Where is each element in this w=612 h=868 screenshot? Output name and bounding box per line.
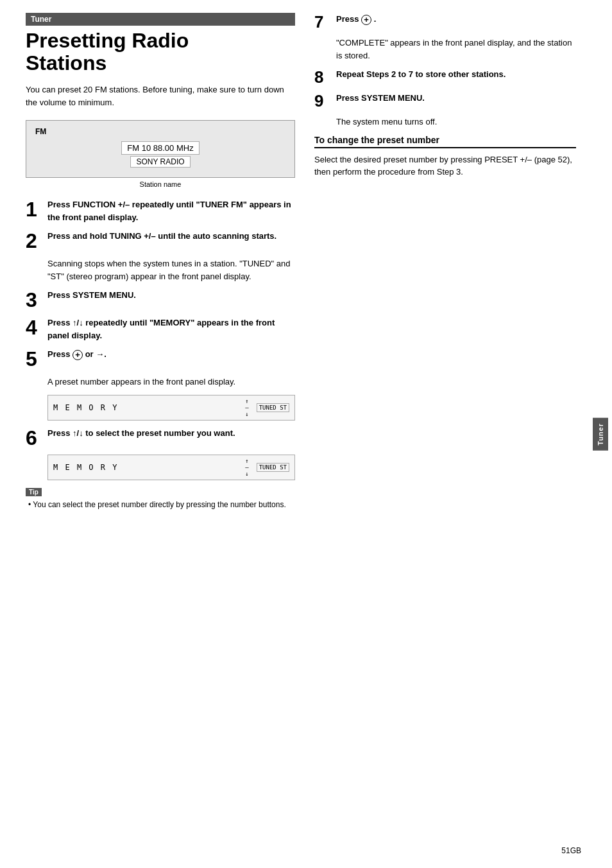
lcd-right-1: ↑ — ↓ TUNED ST [245, 398, 289, 417]
lcd-strip-2: M E M O R Y ↑ — ↓ TUNED ST [47, 455, 295, 480]
page-number: 51GB [561, 846, 581, 855]
step-2-sub: Scanning stops when the system tunes in … [47, 257, 295, 282]
step-2-content: Press and hold TUNING +/– until the auto… [47, 230, 295, 243]
tuner-header-label: Tuner [31, 15, 51, 24]
step-1: 1 Press FUNCTION +/– repeatedly until "T… [26, 198, 295, 223]
lcd-right-2: ↑ — ↓ TUNED ST [245, 458, 289, 477]
step-2-num: 2 [26, 230, 47, 251]
step-6: 6 Press ↑/↓ to select the preset number … [26, 427, 295, 448]
step-9: 9 Press SYSTEM MENU. [314, 92, 576, 109]
step-5-content: Press + or →. [47, 348, 295, 361]
display-center: FM 10 88.00 MHz SONY RADIO [35, 141, 285, 168]
change-preset-text: Select the desired preset number by pres… [314, 153, 576, 178]
step-6-content: Press ↑/↓ to select the preset number yo… [47, 427, 295, 440]
step-9-sub: The system menu turns off. [336, 116, 576, 128]
step-1-content: Press FUNCTION +/– repeatedly until "TUN… [47, 198, 295, 223]
change-preset-heading: To change the preset number [314, 135, 576, 148]
step-4-content: Press ↑/↓ repeatedly until "MEMORY" appe… [47, 317, 295, 342]
lcd-main-text-2: M E M O R Y [53, 463, 118, 472]
step-8-num: 8 [314, 68, 336, 85]
lcd-tuned-st-2: TUNED ST [257, 463, 289, 472]
step-3-content: Press SYSTEM MENU. [47, 289, 295, 302]
display-box: FM FM 10 88.00 MHz SONY RADIO [26, 120, 295, 178]
display-freq: FM 10 88.00 MHz [121, 141, 199, 155]
step-7-num: 7 [314, 13, 336, 30]
main-content: Tuner Presetting Radio Stations You can … [0, 0, 612, 868]
right-tab-label: Tuner [593, 418, 608, 451]
tip-text: • You can select the preset number direc… [26, 499, 295, 510]
lcd-strip-1: M E M O R Y ↑ — ↓ TUNED ST [47, 395, 295, 421]
step-7-sub: "COMPLETE" appears in the front panel di… [336, 37, 576, 62]
intro-text: You can preset 20 FM stations. Before tu… [26, 83, 295, 108]
display-diagram: Current station Current band and preset … [26, 120, 295, 188]
step-5-num: 5 [26, 348, 47, 369]
station-name-label: Station name [26, 180, 295, 188]
circle-plus-icon-7: + [361, 15, 371, 25]
tip-box: Tip • You can select the preset number d… [26, 487, 295, 510]
display-fm-label: FM [35, 127, 285, 136]
step-8: 8 Repeat Steps 2 to 7 to store other sta… [314, 68, 576, 85]
step-7-content: Press + . [336, 13, 576, 26]
display-station-name: SONY RADIO [130, 156, 190, 168]
page-title: Presetting Radio Stations [26, 30, 295, 74]
step-4: 4 Press ↑/↓ repeatedly until "MEMORY" ap… [26, 317, 295, 342]
step-9-num: 9 [314, 92, 336, 109]
lcd-tuned-st-1: TUNED ST [257, 403, 289, 412]
step-8-content: Repeat Steps 2 to 7 to store other stati… [336, 68, 576, 81]
page: Tuner Presetting Radio Stations You can … [0, 0, 612, 868]
step-5-sub: A preset number appears in the front pan… [47, 376, 295, 388]
step-7: 7 Press + . [314, 13, 576, 30]
step-1-num: 1 [26, 198, 47, 220]
step-2: 2 Press and hold TUNING +/– until the au… [26, 230, 295, 251]
tip-label: Tip [26, 488, 42, 496]
step-4-num: 4 [26, 317, 47, 338]
left-column: Tuner Presetting Radio Stations You can … [0, 0, 308, 868]
step-5: 5 Press + or →. [26, 348, 295, 369]
lcd-arrows-1: ↑ — ↓ [245, 398, 248, 417]
right-tab: Tuner [589, 0, 612, 868]
lcd-arrows-2: ↑ — ↓ [245, 458, 248, 477]
step-3-num: 3 [26, 289, 47, 310]
step-3: 3 Press SYSTEM MENU. [26, 289, 295, 310]
tuner-header: Tuner [26, 13, 295, 26]
step-9-content: Press SYSTEM MENU. [336, 92, 576, 105]
right-column: 7 Press + . "COMPLETE" appears in the fr… [308, 0, 589, 868]
lcd-main-text-1: M E M O R Y [53, 403, 118, 412]
circle-plus-icon: + [72, 350, 83, 360]
step-6-num: 6 [26, 427, 47, 448]
